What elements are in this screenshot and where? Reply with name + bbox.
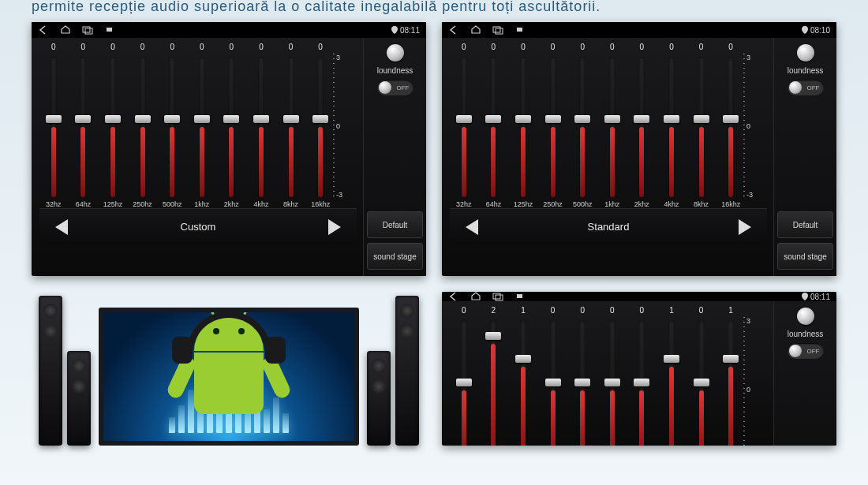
home-icon[interactable] [470,25,481,35]
eq-band: 02khz [218,43,246,208]
eq-slider[interactable] [579,57,586,197]
next-preset-arrow[interactable] [328,219,341,235]
band-freq-label: 1khz [194,200,209,208]
preset-bar: Custom [39,208,357,244]
eq-slider[interactable] [638,320,645,446]
speaker-icon [395,296,419,446]
svg-rect-3 [493,27,500,32]
home-icon[interactable] [470,292,481,301]
eq-slider[interactable] [550,320,556,446]
band-value: 2 [492,306,496,317]
gain-scale: 30-3 [336,43,357,208]
eq-slider[interactable] [698,57,705,197]
eq-slider[interactable] [490,57,496,197]
eq-slider[interactable] [668,57,675,197]
band-freq-label: 500hz [163,200,182,208]
eq-band: 1125hz [509,306,537,446]
eq-slider[interactable] [110,57,116,197]
eq-slider[interactable] [550,57,556,197]
clock: 08:10 [810,26,830,35]
band-freq-label: 32hz [46,200,62,208]
default-button[interactable]: Default [367,211,423,238]
prev-preset-arrow[interactable] [55,219,68,235]
svg-rect-4 [496,28,503,34]
band-value: 0 [699,306,704,317]
svg-rect-8 [517,294,522,298]
recents-icon[interactable] [492,25,503,35]
eq-bands: 032hz264hz1125hz0250hz0500hz01khz02khz14… [450,306,767,446]
band-value: 0 [289,43,294,54]
eq-slider[interactable] [520,57,526,197]
band-freq-label: 64hz [486,200,502,208]
eq-band: 116khz [716,306,745,446]
eq-slider[interactable] [728,320,734,446]
eq-band: 14khz [657,306,686,446]
loudness-toggle[interactable]: OFF [788,80,824,95]
loudness-knob[interactable] [797,44,814,62]
eq-band: 032hz [450,43,478,208]
band-freq-label: 500hz [573,200,593,208]
svg-rect-0 [83,27,90,32]
loudness-toggle[interactable]: OFF [377,80,413,95]
loudness-knob[interactable] [797,308,814,325]
gain-scale: 30-3 [746,43,767,208]
eq-slider[interactable] [638,57,645,197]
sound-stage-button[interactable]: sound stage [367,243,423,270]
eq-band: 08khz [277,43,305,208]
eq-bands: 032hz064hz0125hz0250hz0500hz01khz02khz04… [450,43,767,208]
eq-band: 064hz [480,43,508,208]
promo-illustration [32,292,426,446]
eq-slider[interactable] [609,57,615,197]
eq-slider[interactable] [51,57,57,197]
eq-slider[interactable] [728,57,734,197]
eq-band: 016khz [716,43,745,208]
next-preset-arrow[interactable] [739,219,751,235]
eq-slider[interactable] [579,320,586,446]
loudness-toggle[interactable]: OFF [788,343,824,359]
sound-stage-button[interactable]: sound stage [777,243,833,270]
band-value: 0 [110,43,115,54]
eq-slider[interactable] [490,320,496,446]
eq-slider[interactable] [288,57,294,197]
eq-band: 032hz [450,306,478,446]
band-freq-label: 125hz [103,200,123,208]
band-value: 0 [551,306,556,317]
prev-preset-arrow[interactable] [466,219,478,235]
band-value: 0 [462,306,466,317]
eq-slider[interactable] [80,57,86,197]
app-icon [104,25,115,35]
eq-band: 264hz [480,306,508,446]
clock: 08:11 [400,26,420,35]
default-button[interactable]: Default [777,211,833,238]
band-freq-label: 125hz [514,200,533,208]
band-value: 0 [580,306,585,317]
eq-bands: 032hz064hz0125hz0250hz0500hz01khz02khz04… [39,43,357,208]
loudness-label: loundness [788,66,824,75]
eq-slider[interactable] [668,320,675,446]
eq-slider[interactable] [228,57,234,197]
back-icon[interactable] [448,25,459,35]
eq-slider[interactable] [609,320,615,446]
eq-slider[interactable] [461,320,467,446]
recents-icon[interactable] [82,25,93,35]
eq-slider[interactable] [258,57,264,197]
back-icon[interactable] [448,292,459,301]
eq-slider[interactable] [169,57,175,197]
eq-slider[interactable] [698,320,705,446]
eq-slider[interactable] [140,57,146,197]
eq-band: 0250hz [539,306,567,446]
eq-slider[interactable] [520,320,526,446]
statusbar: 08:11 [32,22,426,38]
loudness-knob[interactable] [387,44,404,62]
back-icon[interactable] [38,25,49,35]
recents-icon[interactable] [492,292,503,301]
band-value: 0 [462,43,466,54]
svg-rect-7 [496,295,503,300]
loudness-label: loundness [377,66,413,75]
eq-slider[interactable] [317,57,324,197]
band-value: 0 [699,43,704,54]
eq-slider[interactable] [199,57,205,197]
speaker-icon [39,296,62,446]
home-icon[interactable] [60,25,71,35]
eq-slider[interactable] [461,57,467,197]
